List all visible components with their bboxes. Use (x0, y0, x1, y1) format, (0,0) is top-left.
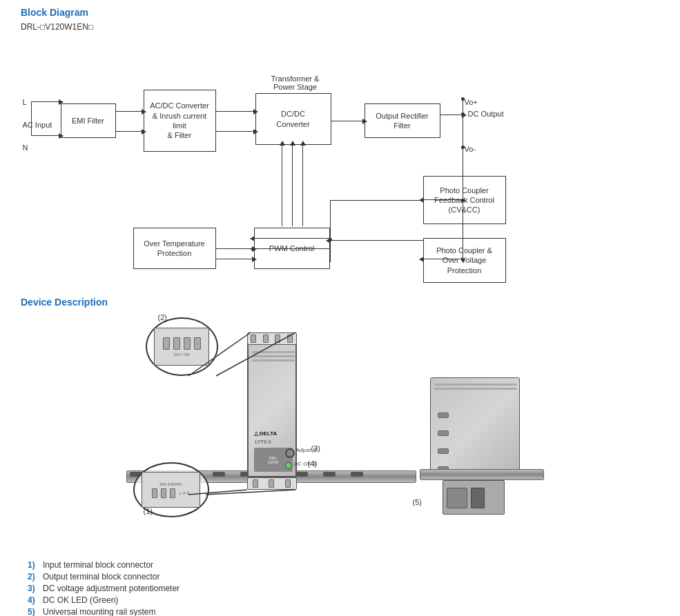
vo-minus-label: Vo- (465, 145, 476, 153)
output-terminal-top (247, 332, 297, 345)
emi-to-acdc-top (116, 111, 142, 112)
n-to-emi-arrow (31, 135, 59, 136)
dcdc-converter-box: DC/DCConverter (255, 93, 331, 145)
dot-vo-plus (461, 97, 465, 101)
transformer-label: Transformer &Power Stage (258, 74, 333, 91)
block-diagram-title: Block Diagram (21, 7, 659, 18)
device-num-5: 5) (28, 607, 43, 616)
vo-plus-vline (463, 99, 463, 113)
feedback-h-line (330, 200, 423, 201)
callout-output-terminal: 24V / 5A (146, 317, 218, 376)
device-description-title: Device Description (21, 297, 659, 308)
ln-vline (31, 101, 32, 135)
device-text-1: Input terminal block connector (43, 560, 153, 570)
diagram-area: L AC Input N EMI Filter AC/DC Converter&… (23, 41, 658, 276)
left-to-pwm-1 (254, 238, 330, 239)
ovp-h-line (330, 240, 423, 241)
dc-output-label: DC Output (468, 110, 504, 118)
emi-to-acdc-bot (116, 131, 142, 132)
input-terminal-bottom (247, 477, 297, 490)
num-label-4: (4) (308, 459, 317, 468)
device-num-1: 1) (28, 560, 43, 570)
rect-to-dcout (440, 115, 463, 115)
device-num-2: 2) (28, 572, 43, 582)
vline-to-feedback (463, 113, 463, 201)
device-num-3: 3) (28, 584, 43, 593)
num-label-3: (3) (311, 444, 320, 453)
otp-to-pwm-1 (216, 248, 253, 249)
psu-right-body (430, 377, 520, 479)
pwm-to-dcdc-3 (302, 145, 303, 226)
device-list-item-4: 4) DC OK LED (Green) (28, 595, 659, 605)
model-label: DRL-□V120W1EN□ (21, 22, 659, 32)
device-list-item-2: 2) Output terminal block connector (28, 572, 659, 582)
din-rail-right (420, 469, 544, 480)
device-text-3: DC voltage adjustment potentiometer (43, 584, 179, 593)
vconn-2 (330, 238, 331, 262)
pwm-to-dcdc-2 (292, 145, 293, 226)
over-temp-box: Over TemperatureProtection (133, 228, 216, 269)
dcdc-to-rect (331, 121, 363, 121)
ovp-to-box (423, 259, 461, 259)
otp-to-pwm-2 (216, 259, 253, 259)
feedback-to-box (423, 199, 461, 200)
dc-ok-led (285, 462, 292, 469)
photo-coupler-feedback-box: Photo CouplerFeedback Control(CV&CC) (423, 176, 506, 224)
acdc-to-dcdc-top (216, 111, 254, 112)
photo-coupler-ovp-box: Photo Coupler &Over VoltageProtection (423, 238, 506, 283)
pwm-to-dcdc-1 (282, 145, 282, 226)
acdc-converter-box: AC/DC Converter& Inrush currentlimit& Fi… (144, 90, 216, 152)
output-rectifier-box: Output RectifierFilter (365, 103, 440, 138)
device-list-item-1: 1) Input terminal block connector (28, 560, 659, 570)
left-to-pwm-2 (254, 248, 330, 249)
device-list: 1) Input terminal block connector 2) Out… (21, 560, 659, 616)
ac-input-label: AC Input (23, 121, 52, 129)
n-label: N (23, 143, 28, 152)
device-description-section: Device Description △ DELTA LYTS II DRL12 (21, 297, 659, 616)
device-text-4: DC OK LED (Green) (43, 595, 118, 605)
vline-to-ovp (463, 199, 463, 259)
device-list-item-3: 3) DC voltage adjustment potentiometer (28, 584, 659, 593)
l-label: L (23, 98, 27, 106)
svg-line-3 (206, 490, 295, 495)
block-diagram-section: Block Diagram DRL-□V120W1EN□ L AC Input … (21, 7, 659, 276)
device-diagram-area: △ DELTA LYTS II DRL120W Adjust ⊙ DC OK ⊙ (23, 312, 658, 553)
dot-ovp (461, 258, 465, 261)
mounting-clip (443, 480, 505, 515)
acdc-to-dcdc-bot (216, 131, 254, 132)
l-to-emi-arrow (31, 101, 59, 102)
num-label-1: (1) (144, 507, 153, 515)
device-text-2: Output terminal block connector (43, 572, 159, 582)
adjust-knob (285, 448, 295, 458)
num-label-2: (2) (158, 313, 167, 321)
vconn-1 (330, 200, 331, 238)
device-text-5: Universal mounting rail system (43, 607, 155, 616)
vo-plus-label: Vo+ (465, 98, 478, 106)
emi-filter-box: EMI Filter (61, 103, 116, 138)
dot-m1 (329, 238, 332, 241)
device-list-item-5: 5) Universal mounting rail system (28, 607, 659, 616)
num-label-5: (5) (413, 498, 422, 506)
device-num-4: 4) (28, 595, 43, 605)
